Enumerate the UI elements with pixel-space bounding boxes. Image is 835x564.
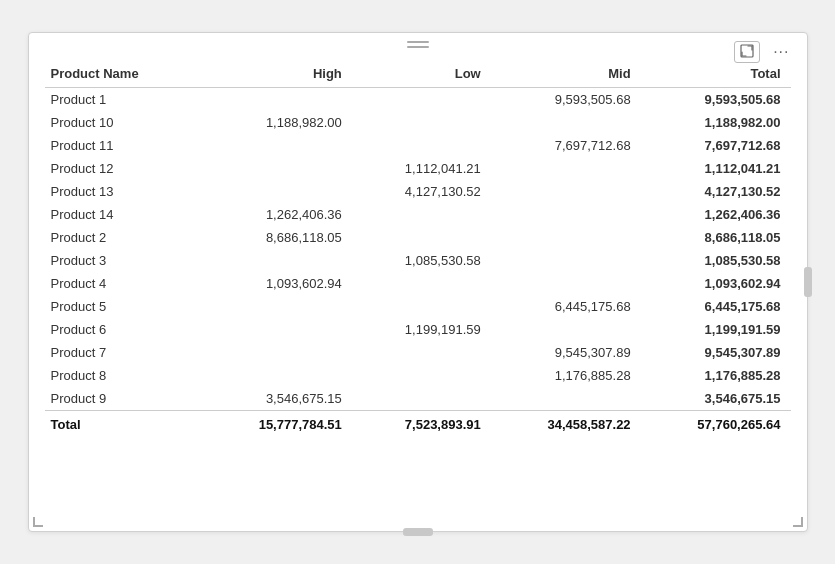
cell-product-name: Product 3: [45, 249, 202, 272]
cell-total: 1,093,602.94: [641, 272, 791, 295]
table-row: Product 56,445,175.686,445,175.68: [45, 295, 791, 318]
data-table: Product Name High Low Mid Total Product …: [45, 60, 791, 438]
corner-handle-br[interactable]: [793, 517, 803, 527]
cell-product-name: Product 7: [45, 341, 202, 364]
cell-high: [202, 157, 352, 180]
cell-product-name: Product 10: [45, 111, 202, 134]
col-header-total: Total: [641, 60, 791, 88]
cell-mid: 9,593,505.68: [491, 88, 641, 112]
table-row: Product 93,546,675.153,546,675.15: [45, 387, 791, 411]
cell-total: 1,085,530.58: [641, 249, 791, 272]
cell-high: [202, 295, 352, 318]
resize-handle-bottom[interactable]: [403, 528, 433, 536]
cell-mid: [491, 226, 641, 249]
cell-mid: [491, 157, 641, 180]
table-row: Product 41,093,602.941,093,602.94: [45, 272, 791, 295]
cell-low: [352, 111, 491, 134]
table-row: Product 19,593,505.689,593,505.68: [45, 88, 791, 112]
cell-high: [202, 180, 352, 203]
cell-mid: 1,176,885.28: [491, 364, 641, 387]
cell-mid: [491, 318, 641, 341]
cell-product-name: Product 11: [45, 134, 202, 157]
cell-high: [202, 364, 352, 387]
cell-mid: 6,445,175.68: [491, 295, 641, 318]
cell-total: 4,127,130.52: [641, 180, 791, 203]
cell-high: 3,546,675.15: [202, 387, 352, 411]
cell-high: [202, 249, 352, 272]
cell-product-name: Product 1: [45, 88, 202, 112]
cell-high: [202, 88, 352, 112]
widget-header: ···: [29, 33, 807, 56]
cell-total: 9,593,505.68: [641, 88, 791, 112]
footer-label: Total: [45, 411, 202, 439]
cell-mid: 7,697,712.68: [491, 134, 641, 157]
cell-product-name: Product 6: [45, 318, 202, 341]
cell-low: [352, 134, 491, 157]
cell-high: [202, 318, 352, 341]
cell-total: 6,445,175.68: [641, 295, 791, 318]
table-row: Product 121,112,041.211,112,041.21: [45, 157, 791, 180]
table-header-row: Product Name High Low Mid Total: [45, 60, 791, 88]
cell-product-name: Product 12: [45, 157, 202, 180]
cell-mid: [491, 111, 641, 134]
cell-total: 1,188,982.00: [641, 111, 791, 134]
cell-mid: 9,545,307.89: [491, 341, 641, 364]
cell-mid: [491, 249, 641, 272]
corner-handle-bl[interactable]: [33, 517, 43, 527]
cell-low: [352, 387, 491, 411]
table-wrapper: Product Name High Low Mid Total Product …: [29, 56, 807, 450]
cell-low: [352, 272, 491, 295]
cell-low: 1,085,530.58: [352, 249, 491, 272]
cell-low: [352, 203, 491, 226]
footer-low: 7,523,893.91: [352, 411, 491, 439]
cell-product-name: Product 4: [45, 272, 202, 295]
cell-total: 3,546,675.15: [641, 387, 791, 411]
cell-mid: [491, 180, 641, 203]
table-row: Product 134,127,130.524,127,130.52: [45, 180, 791, 203]
footer-total: 57,760,265.64: [641, 411, 791, 439]
resize-handle-right[interactable]: [804, 267, 812, 297]
cell-low: 4,127,130.52: [352, 180, 491, 203]
expand-button[interactable]: [734, 41, 760, 63]
cell-mid: [491, 272, 641, 295]
cell-high: 1,188,982.00: [202, 111, 352, 134]
cell-high: 1,093,602.94: [202, 272, 352, 295]
widget-actions: ···: [734, 41, 794, 63]
cell-product-name: Product 9: [45, 387, 202, 411]
drag-handle[interactable]: [407, 41, 429, 48]
cell-high: 1,262,406.36: [202, 203, 352, 226]
cell-mid: [491, 203, 641, 226]
cell-product-name: Product 5: [45, 295, 202, 318]
table-row: Product 81,176,885.281,176,885.28: [45, 364, 791, 387]
col-header-product-name: Product Name: [45, 60, 202, 88]
cell-low: 1,199,191.59: [352, 318, 491, 341]
cell-high: [202, 341, 352, 364]
table-row: Product 28,686,118.058,686,118.05: [45, 226, 791, 249]
table-row: Product 31,085,530.581,085,530.58: [45, 249, 791, 272]
col-header-mid: Mid: [491, 60, 641, 88]
cell-high: 8,686,118.05: [202, 226, 352, 249]
cell-total: 7,697,712.68: [641, 134, 791, 157]
cell-total: 1,176,885.28: [641, 364, 791, 387]
table-row: Product 101,188,982.001,188,982.00: [45, 111, 791, 134]
cell-total: 1,199,191.59: [641, 318, 791, 341]
table-row: Product 79,545,307.899,545,307.89: [45, 341, 791, 364]
cell-low: [352, 295, 491, 318]
cell-total: 8,686,118.05: [641, 226, 791, 249]
cell-total: 1,262,406.36: [641, 203, 791, 226]
cell-low: 1,112,041.21: [352, 157, 491, 180]
cell-high: [202, 134, 352, 157]
cell-total: 9,545,307.89: [641, 341, 791, 364]
cell-product-name: Product 2: [45, 226, 202, 249]
table-row: Product 141,262,406.361,262,406.36: [45, 203, 791, 226]
footer-high: 15,777,784.51: [202, 411, 352, 439]
table-footer-row: Total 15,777,784.51 7,523,893.91 34,458,…: [45, 411, 791, 439]
cell-low: [352, 226, 491, 249]
more-options-button[interactable]: ···: [768, 42, 794, 62]
widget-container: ··· Product Name High Low Mid Total Prod…: [28, 32, 808, 532]
cell-low: [352, 364, 491, 387]
col-header-high: High: [202, 60, 352, 88]
table-row: Product 61,199,191.591,199,191.59: [45, 318, 791, 341]
cell-product-name: Product 14: [45, 203, 202, 226]
cell-mid: [491, 387, 641, 411]
